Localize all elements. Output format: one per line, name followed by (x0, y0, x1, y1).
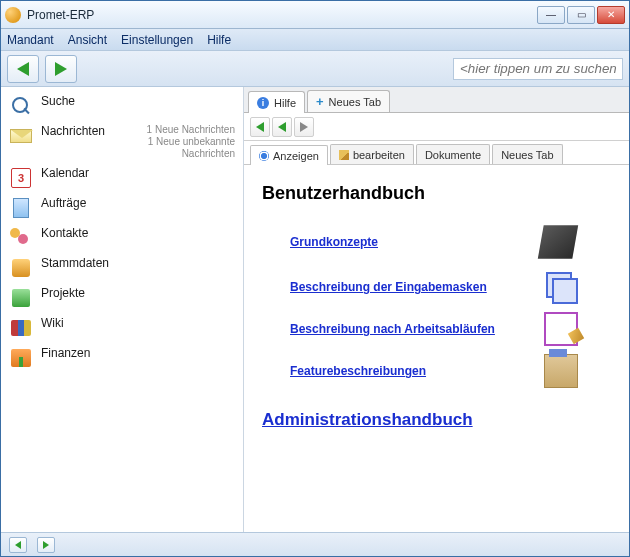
link-features[interactable]: Featurebeschreibungen (290, 364, 426, 378)
menubar: Mandant Ansicht Einstellungen Hilfe (1, 29, 629, 51)
back-arrow-icon (17, 62, 29, 76)
tab-label: bearbeiten (353, 149, 405, 161)
link-administrationshandbuch[interactable]: Administrationshandbuch (262, 410, 611, 430)
masterdata-icon (9, 256, 33, 280)
search-input[interactable] (453, 58, 623, 80)
arrow-left-icon (256, 122, 264, 132)
status-back-button[interactable] (9, 537, 27, 553)
status-forward-button[interactable] (37, 537, 55, 553)
outer-tabs: i Hilfe + Neues Tab (244, 87, 629, 113)
forward-button[interactable] (45, 55, 77, 83)
menu-einstellungen[interactable]: Einstellungen (121, 33, 193, 47)
sidebar-item-auftraege[interactable]: Aufträge (3, 193, 241, 223)
note-pencil-icon (544, 312, 578, 346)
link-eingabemasken[interactable]: Beschreibung der Eingabemasken (290, 280, 487, 294)
body: Suche Nachrichten 1 Neue Nachrichten 1 N… (1, 87, 629, 532)
menu-mandant[interactable]: Mandant (7, 33, 54, 47)
app-icon (5, 7, 21, 23)
tab-label: Neues Tab (329, 96, 381, 108)
nav-forward-button[interactable] (294, 117, 314, 137)
content-row: Beschreibung der Eingabemasken (262, 266, 582, 308)
sidebar-item-label: Finanzen (41, 346, 90, 360)
sidebar-item-label: Aufträge (41, 196, 86, 210)
link-arbeitsablaeufe[interactable]: Beschreibung nach Arbeitsabläufen (290, 322, 495, 336)
tab-neues-inner[interactable]: Neues Tab (492, 144, 562, 164)
unknown-message-count-label: 1 Neue unbekannte Nachrichten (113, 136, 235, 160)
tab-anzeigen[interactable]: Anzeigen (250, 145, 328, 165)
package-icon (544, 354, 578, 388)
minimize-button[interactable]: — (537, 6, 565, 24)
forward-arrow-icon (55, 62, 67, 76)
nav-first-button[interactable] (250, 117, 270, 137)
orders-icon (9, 196, 33, 220)
right-pane: i Hilfe + Neues Tab Anzeigen (244, 87, 629, 532)
back-button[interactable] (7, 55, 39, 83)
titlebar: Promet-ERP — ▭ ✕ (1, 1, 629, 29)
search-icon (9, 94, 33, 118)
contacts-icon (9, 226, 33, 250)
menu-hilfe[interactable]: Hilfe (207, 33, 231, 47)
sidebar-item-label: Stammdaten (41, 256, 109, 270)
tab-dokumente[interactable]: Dokumente (416, 144, 490, 164)
sidebar-item-wiki[interactable]: Wiki (3, 313, 241, 343)
sidebar-item-projekte[interactable]: Projekte (3, 283, 241, 313)
inner-tabs: Anzeigen bearbeiten Dokumente Neues Tab (244, 141, 629, 165)
tab-label: Anzeigen (273, 150, 319, 162)
sidebar-item-label: Nachrichten (41, 124, 105, 138)
content-row: Featurebeschreibungen (262, 350, 582, 392)
wiki-icon (9, 316, 33, 340)
sub-toolbar (244, 113, 629, 141)
arrow-left-icon (278, 122, 286, 132)
tab-bearbeiten[interactable]: bearbeiten (330, 144, 414, 164)
close-button[interactable]: ✕ (597, 6, 625, 24)
nav-back-button[interactable] (272, 117, 292, 137)
sidebar-item-suche[interactable]: Suche (3, 91, 241, 121)
eye-icon (259, 151, 269, 161)
mail-icon (9, 124, 33, 148)
sidebar-item-nachrichten[interactable]: Nachrichten 1 Neue Nachrichten 1 Neue un… (3, 121, 241, 163)
sidebar-item-label: Projekte (41, 286, 85, 300)
message-count-label: 1 Neue Nachrichten (113, 124, 235, 136)
calendar-icon: 3 (9, 166, 33, 190)
sidebar-item-label: Suche (41, 94, 75, 108)
content-area: Benutzerhandbuch Grundkonzepte Beschreib… (244, 165, 629, 532)
sidebar-item-label: Kontakte (41, 226, 88, 240)
sidebar-item-stammdaten[interactable]: Stammdaten (3, 253, 241, 283)
sidebar-item-finanzen[interactable]: Finanzen (3, 343, 241, 373)
arrow-right-icon (300, 122, 308, 132)
content-row: Grundkonzepte (262, 218, 582, 266)
cube-icon (538, 225, 578, 258)
sidebar-item-label: Kalendar (41, 166, 89, 180)
tab-neues[interactable]: + Neues Tab (307, 90, 390, 112)
toolbar (1, 51, 629, 87)
tab-hilfe[interactable]: i Hilfe (248, 91, 305, 113)
info-icon: i (257, 97, 269, 109)
finance-icon (9, 346, 33, 370)
sidebar-item-kalendar[interactable]: 3 Kalendar (3, 163, 241, 193)
tab-label: Dokumente (425, 149, 481, 161)
plus-icon: + (316, 96, 324, 108)
menu-ansicht[interactable]: Ansicht (68, 33, 107, 47)
arrow-right-icon (43, 541, 49, 549)
arrow-left-icon (15, 541, 21, 549)
content-row: Beschreibung nach Arbeitsabläufen (262, 308, 582, 350)
stack-icon (544, 270, 578, 304)
pencil-icon (339, 150, 349, 160)
statusbar (1, 532, 629, 556)
content-heading: Benutzerhandbuch (262, 183, 611, 204)
maximize-button[interactable]: ▭ (567, 6, 595, 24)
sidebar-item-label: Wiki (41, 316, 64, 330)
tab-label: Neues Tab (501, 149, 553, 161)
projects-icon (9, 286, 33, 310)
sidebar-item-kontakte[interactable]: Kontakte (3, 223, 241, 253)
window: Promet-ERP — ▭ ✕ Mandant Ansicht Einstel… (0, 0, 630, 557)
window-title: Promet-ERP (27, 8, 537, 22)
link-grundkonzepte[interactable]: Grundkonzepte (290, 235, 378, 249)
sidebar: Suche Nachrichten 1 Neue Nachrichten 1 N… (1, 87, 244, 532)
tab-label: Hilfe (274, 97, 296, 109)
